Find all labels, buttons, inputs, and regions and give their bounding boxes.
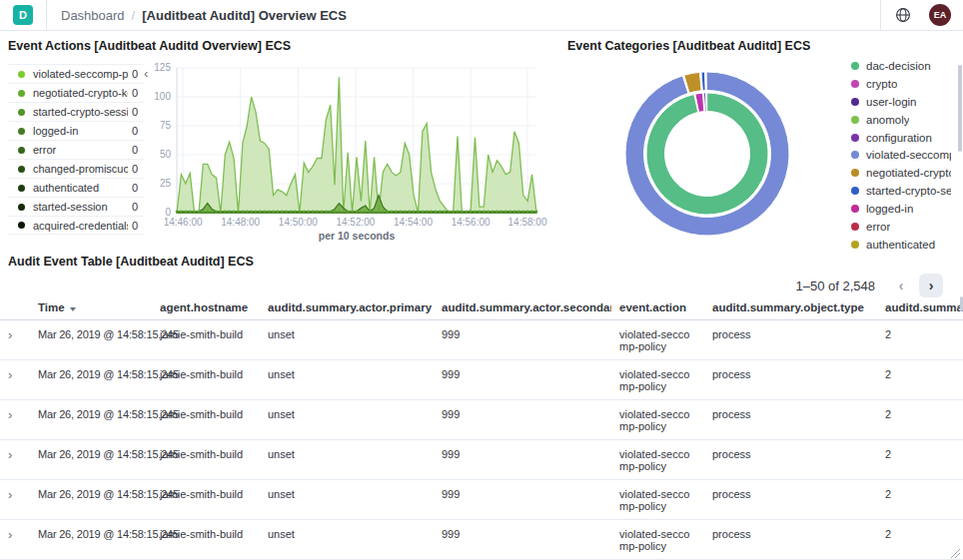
column-header-actor_primary[interactable]: auditd.summary.actor.primary bbox=[260, 297, 434, 320]
expand-row-icon[interactable]: › bbox=[8, 407, 12, 422]
table-row: ›Mar 26, 2019 @ 14:58:15.245jamie-smith-… bbox=[0, 360, 963, 400]
cell-summary: 2 bbox=[877, 480, 963, 520]
column-header-time[interactable]: Time bbox=[30, 297, 152, 320]
svg-text:14:48:00: 14:48:00 bbox=[221, 217, 260, 228]
legend-item[interactable]: authenticated bbox=[851, 236, 951, 254]
event-actions-panel-title: Event Actions [Auditbeat Auditd Overview… bbox=[8, 39, 291, 53]
app-logo-icon[interactable]: D bbox=[13, 5, 33, 25]
legend-item-label: negotiated-crypto-key bbox=[33, 87, 128, 99]
legend-scrollbar-thumb[interactable] bbox=[958, 65, 962, 152]
user-avatar[interactable]: EA bbox=[929, 4, 951, 26]
donut-slice-started-crypto-session[interactable] bbox=[701, 72, 705, 91]
legend-item[interactable]: violated-seccomp... bbox=[851, 146, 951, 164]
expand-row-icon[interactable]: › bbox=[8, 487, 12, 502]
legend-item[interactable]: acquired-credentials 0 bbox=[8, 216, 144, 235]
table-row: ›Mar 26, 2019 @ 14:58:15.245jamie-smith-… bbox=[0, 520, 963, 560]
breadcrumb: Dashboard / [Auditbeat Auditd] Overview … bbox=[61, 8, 347, 23]
legend-color-dot bbox=[18, 109, 25, 116]
header-divider bbox=[880, 0, 881, 31]
table-pagination: 1–50 of 2,548 ‹ › bbox=[795, 274, 943, 297]
legend-color-dot bbox=[851, 187, 859, 195]
svg-text:14:52:00: 14:52:00 bbox=[336, 217, 375, 228]
column-header-summary[interactable]: auditd.summary bbox=[877, 297, 963, 320]
cell-actor_primary: unset bbox=[260, 520, 434, 560]
sort-desc-icon bbox=[70, 307, 76, 311]
legend-item[interactable]: anomoly bbox=[851, 111, 951, 129]
legend-color-dot bbox=[851, 169, 859, 177]
expand-row-icon[interactable]: › bbox=[8, 447, 12, 462]
cell-time: Mar 26, 2019 @ 14:58:15.245 bbox=[30, 520, 152, 560]
legend-item[interactable]: error 0 bbox=[8, 140, 144, 159]
cell-actor_secondary: 999 bbox=[434, 440, 611, 480]
column-header-object_type[interactable]: auditd.summary.object.type bbox=[704, 297, 877, 320]
column-header-actor_secondary[interactable]: auditd.summary.actor.secondary bbox=[434, 297, 611, 320]
legend-item[interactable]: started-crypto-se... bbox=[851, 182, 951, 200]
legend-color-dot bbox=[851, 80, 859, 88]
cell-actor_primary: unset bbox=[260, 400, 434, 440]
svg-text:25: 25 bbox=[160, 178, 172, 189]
legend-item[interactable]: user-login bbox=[851, 93, 951, 111]
resize-handle-icon[interactable] bbox=[951, 549, 960, 558]
cell-actor_secondary: 999 bbox=[434, 320, 611, 360]
dashboard-app: D Dashboard / [Auditbeat Auditd] Overvie… bbox=[0, 0, 963, 560]
x-axis-label: per 10 seconds bbox=[319, 230, 396, 242]
legend-item[interactable]: started-crypto-sessi... 0 bbox=[8, 102, 144, 121]
legend-item-label: dac-decision bbox=[866, 60, 931, 72]
legend-item[interactable]: authenticated 0 bbox=[8, 178, 144, 197]
cell-time: Mar 26, 2019 @ 14:58:15.245 bbox=[30, 400, 152, 440]
page-title: [Auditbeat Auditd] Overview ECS bbox=[142, 8, 347, 23]
chevron-right-icon[interactable]: › bbox=[919, 274, 943, 297]
event-actions-area-chart[interactable]: 025507510012514:46:0014:48:0014:50:0014:… bbox=[140, 60, 559, 250]
column-header-hostname[interactable]: agent.hostname bbox=[152, 297, 260, 320]
legend-item[interactable]: violated-seccomp-p... 0 bbox=[8, 64, 144, 83]
cell-object_type: process bbox=[704, 360, 877, 400]
audit-event-table: Timeagent.hostnameauditd.summary.actor.p… bbox=[0, 297, 963, 560]
legend-item[interactable]: logged-in bbox=[851, 200, 951, 218]
legend-item-label: changed-promiscuo... bbox=[33, 163, 128, 175]
legend-item[interactable]: changed-promiscuo... 0 bbox=[8, 159, 144, 178]
cell-action: violated-seccomp-policy bbox=[611, 440, 704, 480]
expand-row-icon[interactable]: › bbox=[8, 527, 12, 542]
svg-text:14:56:00: 14:56:00 bbox=[452, 217, 490, 228]
legend-item[interactable]: negotiated-crypto-key 0 bbox=[8, 83, 144, 102]
breadcrumb-separator: / bbox=[132, 8, 136, 23]
event-categories-legend: dac-decision crypto user-login anomoly c… bbox=[851, 57, 951, 254]
legend-item[interactable]: negotiated-crypto... bbox=[851, 164, 951, 182]
svg-text:50: 50 bbox=[160, 149, 172, 160]
cell-actor_secondary: 999 bbox=[434, 480, 611, 520]
legend-item[interactable]: dac-decision bbox=[851, 57, 951, 75]
legend-item-value: 0 bbox=[132, 201, 138, 213]
legend-item[interactable]: error bbox=[851, 218, 951, 236]
legend-item[interactable]: crypto bbox=[851, 75, 951, 93]
cell-action: violated-seccomp-policy bbox=[611, 320, 704, 360]
legend-color-dot bbox=[851, 205, 859, 213]
legend-item[interactable]: logged-in 0 bbox=[8, 121, 144, 140]
legend-item-label: crypto bbox=[866, 78, 897, 90]
help-globe-icon[interactable] bbox=[895, 7, 911, 23]
expand-row-icon[interactable]: › bbox=[8, 367, 12, 382]
svg-text:100: 100 bbox=[154, 91, 171, 102]
legend-color-dot bbox=[851, 98, 859, 106]
table-row: ›Mar 26, 2019 @ 14:58:15.245jamie-smith-… bbox=[0, 320, 963, 360]
expand-row-icon[interactable]: › bbox=[8, 327, 12, 342]
chevron-left-icon[interactable]: ‹ bbox=[889, 274, 913, 297]
cell-actor_primary: unset bbox=[260, 360, 434, 400]
breadcrumb-dashboard-link[interactable]: Dashboard bbox=[61, 8, 125, 23]
cell-summary: 2 bbox=[877, 440, 963, 480]
cell-actor_primary: unset bbox=[260, 480, 434, 520]
event-categories-donut-chart[interactable] bbox=[619, 66, 795, 242]
cell-action: violated-seccomp-policy bbox=[611, 520, 704, 560]
legend-color-dot bbox=[18, 71, 25, 78]
legend-color-dot bbox=[18, 128, 25, 135]
cell-actor_primary: unset bbox=[260, 440, 434, 480]
legend-item[interactable]: started-session 0 bbox=[8, 197, 144, 216]
cell-action: violated-seccomp-policy bbox=[611, 400, 704, 440]
column-header-action[interactable]: event.action bbox=[611, 297, 704, 320]
header-right: EA bbox=[880, 0, 963, 31]
legend-item-label: started-crypto-se... bbox=[866, 185, 951, 197]
legend-item-label: logged-in bbox=[866, 203, 913, 215]
legend-item-value: 0 bbox=[132, 182, 138, 194]
legend-item[interactable]: configuration bbox=[851, 129, 951, 147]
donut-slice-dac-decision[interactable] bbox=[646, 93, 768, 215]
cell-time: Mar 26, 2019 @ 14:58:15.245 bbox=[30, 480, 152, 520]
